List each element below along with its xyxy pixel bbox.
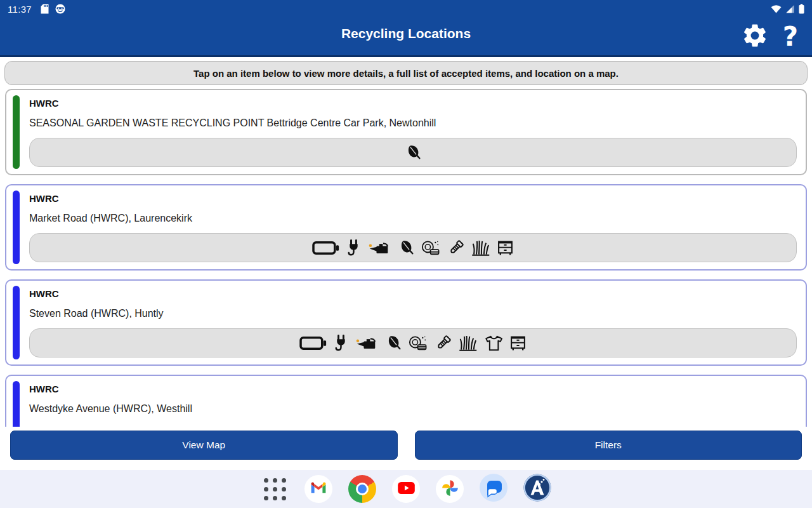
question-mark-icon: ? [783, 23, 798, 50]
taskbar [0, 470, 812, 508]
face-notification-icon [55, 4, 65, 14]
accent-bar [13, 95, 20, 169]
messages-app-button[interactable] [480, 475, 508, 503]
textiles-icon [485, 335, 503, 352]
a-logo-icon [523, 474, 551, 504]
accent-bar [13, 286, 20, 359]
cellular-signal-icon [785, 4, 795, 13]
crockery-icon [409, 335, 428, 352]
google-photos-app-button[interactable] [436, 475, 464, 503]
engine-oil-icon [355, 335, 379, 352]
accent-bar [13, 190, 20, 264]
location-type: HWRC [29, 96, 797, 111]
app-grid-icon [264, 478, 286, 500]
garden-waste-icon [398, 239, 415, 257]
electrical-plug-icon [333, 335, 349, 352]
status-bar: 11:37 [0, 0, 812, 18]
view-map-button[interactable]: View Map [10, 431, 398, 460]
location-address: Market Road (HWRC), Laurencekirk [29, 211, 797, 226]
google-photos-icon [442, 479, 459, 499]
youtube-icon [398, 482, 415, 497]
garden-waste-icon [385, 335, 402, 352]
grass-icon [458, 335, 478, 352]
location-card[interactable]: HWRC Steven Road (HWRC), Huntly [5, 279, 807, 366]
chrome-app-button[interactable] [348, 475, 376, 503]
settings-button[interactable] [740, 22, 770, 52]
bottom-button-row: View Map Filters [0, 427, 812, 470]
furniture-icon [497, 239, 514, 257]
gear-icon [742, 22, 768, 51]
location-address: Steven Road (HWRC), Huntly [29, 306, 797, 321]
battery-icon [299, 335, 327, 352]
location-card[interactable]: HWRC Market Road (HWRC), Laurencekirk [5, 184, 807, 271]
accent-bar [13, 381, 20, 427]
accepted-items-strip [29, 233, 797, 262]
accepted-items-strip [29, 328, 797, 358]
messages-icon [480, 474, 508, 504]
garden-waste-icon [405, 144, 422, 161]
app-header: Recycling Locations ? [0, 18, 812, 57]
location-address: SEASONAL GARDEN WASTE RECYCLING POINT Be… [29, 116, 797, 131]
filters-button[interactable]: Filters [415, 431, 802, 460]
scrap-metal-icon [447, 239, 464, 257]
furniture-icon [509, 335, 527, 352]
location-type: HWRC [29, 382, 797, 397]
location-type: HWRC [29, 286, 797, 302]
location-type: HWRC [29, 191, 797, 206]
accepted-items-strip [29, 138, 797, 167]
location-list: HWRC SEASONAL GARDEN WASTE RECYCLING POI… [0, 89, 812, 427]
gmail-app-button[interactable] [304, 475, 332, 503]
crockery-icon [421, 239, 441, 257]
engine-oil-icon [368, 239, 391, 257]
battery-icon [312, 239, 339, 257]
instruction-banner: Tap on an item below to view more detail… [4, 61, 808, 85]
location-card[interactable]: HWRC SEASONAL GARDEN WASTE RECYCLING POI… [5, 89, 807, 175]
clock: 11:37 [8, 4, 32, 15]
app-grid-button[interactable] [261, 475, 289, 503]
wifi-icon [771, 4, 782, 13]
a-logo-app-button[interactable] [523, 475, 551, 503]
chrome-icon [356, 483, 369, 495]
battery-icon [799, 4, 804, 14]
electrical-plug-icon [346, 239, 362, 257]
gmail-icon [310, 481, 327, 497]
page-title: Recycling Locations [0, 26, 812, 41]
help-button[interactable]: ? [775, 22, 806, 52]
youtube-app-button[interactable] [392, 475, 420, 503]
sd-card-icon [41, 4, 49, 14]
scrap-metal-icon [435, 335, 452, 352]
screen: 11:37 Recycling Locations ? Tap on an it… [0, 0, 812, 508]
grass-icon [471, 239, 491, 257]
location-address: Westdyke Avenue (HWRC), Westhill [29, 401, 797, 417]
location-card[interactable]: HWRC Westdyke Avenue (HWRC), Westhill [5, 375, 807, 427]
